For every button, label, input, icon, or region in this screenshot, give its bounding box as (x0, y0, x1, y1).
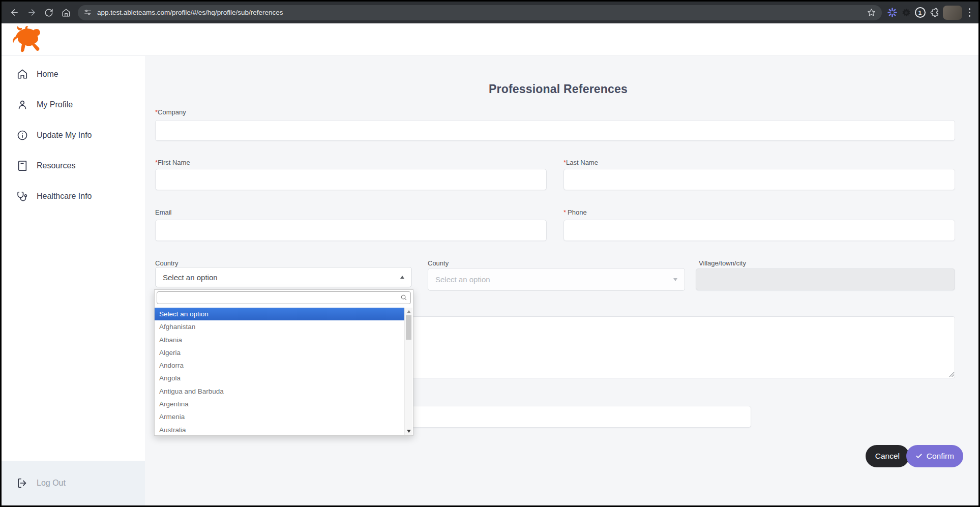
sidebar: Home My Profile Update My Info (2, 56, 145, 505)
country-option[interactable]: Armenia (155, 410, 404, 423)
scroll-up-arrow[interactable] (405, 308, 412, 315)
bull-logo[interactable] (10, 26, 47, 53)
country-option[interactable]: Australia (155, 424, 404, 435)
country-option[interactable]: Angola (155, 372, 404, 384)
phone-input[interactable] (563, 220, 955, 241)
back-button[interactable] (6, 4, 23, 21)
country-label: Country (155, 259, 179, 267)
scroll-down-arrow[interactable] (405, 427, 412, 435)
country-select-value: Select an option (163, 273, 218, 282)
browser-toolbar: app.test.ableteams.com/profile/#/es/hq/p… (2, 2, 978, 23)
country-option[interactable]: Argentina (155, 398, 404, 410)
puzzle-extensions-icon[interactable] (929, 8, 939, 18)
sidebar-item-label: Resources (37, 161, 75, 170)
dropdown-scrollbar[interactable] (404, 308, 412, 435)
logout-button[interactable]: Log Out (2, 461, 145, 505)
email-input[interactable] (155, 220, 547, 241)
first-name-input[interactable] (155, 169, 547, 190)
country-option[interactable]: Andorra (155, 359, 404, 372)
sidebar-item-label: Home (37, 70, 58, 79)
email-label: Email (155, 208, 172, 216)
back-arrow-icon (10, 8, 19, 17)
sidebar-item-label: My Profile (37, 100, 73, 109)
search-icon (400, 294, 407, 301)
village-input-disabled (696, 269, 955, 290)
forward-button[interactable] (23, 4, 40, 21)
resize-grip-icon[interactable] (949, 372, 955, 377)
country-option[interactable]: Albania (155, 334, 404, 346)
forward-arrow-icon (27, 8, 37, 17)
sidebar-item-home[interactable]: Home (2, 59, 145, 90)
county-select-value: Select an option (435, 275, 490, 284)
app-header (2, 23, 978, 56)
sidebar-item-label: Update My Info (37, 131, 92, 140)
sidebar-item-healthcare-info[interactable]: Healthcare Info (2, 181, 145, 212)
dark-extension-icon[interactable] (901, 8, 911, 18)
sidebar-item-resources[interactable]: Resources (2, 151, 145, 181)
references-form: Professional References *Company *First … (145, 56, 978, 505)
home-icon (17, 69, 28, 80)
first-name-label: *First Name (155, 159, 190, 166)
reload-icon (44, 8, 53, 17)
county-select-disabled: Select an option (428, 268, 685, 291)
browser-menu-icon[interactable] (966, 8, 974, 17)
sidebar-item-label: Healthcare Info (37, 192, 92, 201)
last-name-input[interactable] (563, 169, 955, 190)
country-search-wrap (157, 291, 411, 304)
app: Home My Profile Update My Info (2, 23, 978, 505)
chevron-up-icon (400, 276, 404, 279)
url-text[interactable]: app.test.ableteams.com/profile/#/es/hq/p… (97, 9, 867, 16)
village-label: Village/town/city (699, 259, 746, 267)
phone-label: *Phone (563, 208, 587, 216)
privacy-tune-icon[interactable] (84, 9, 92, 16)
main-row: Home My Profile Update My Info (2, 56, 978, 505)
sidebar-item-update-my-info[interactable]: Update My Info (2, 120, 145, 151)
last-name-label: *Last Name (563, 159, 598, 166)
logout-label: Log Out (37, 479, 66, 488)
chevron-down-icon (673, 278, 677, 281)
country-option[interactable]: Antigua and Barbuda (155, 385, 404, 398)
county-label: County (428, 259, 449, 267)
country-option-highlighted[interactable]: Select an option (155, 308, 404, 320)
browser-home-icon (62, 8, 71, 17)
check-icon (915, 453, 923, 460)
country-search-input[interactable] (157, 291, 411, 304)
cancel-button[interactable]: Cancel (866, 445, 909, 467)
user-icon (17, 99, 28, 110)
logout-icon (17, 478, 28, 489)
browser-profile-avatar[interactable] (943, 6, 962, 20)
spinner-extension-icon[interactable] (887, 7, 898, 18)
confirm-button[interactable]: Confirm (906, 445, 963, 467)
country-option[interactable]: Afghanistan (155, 320, 404, 333)
required-asterisk: * (563, 208, 566, 216)
info-icon (17, 130, 28, 141)
country-option-list: Select an option Afghanistan Albania Alg… (155, 308, 404, 435)
page-title: Professional References (145, 82, 971, 96)
stethoscope-icon (17, 191, 28, 202)
sidebar-item-my-profile[interactable]: My Profile (2, 90, 145, 120)
book-icon (17, 160, 28, 171)
country-dropdown-panel: Select an option Afghanistan Albania Alg… (154, 289, 413, 436)
address-bar[interactable]: app.test.ableteams.com/profile/#/es/hq/p… (78, 5, 882, 20)
media-badge-icon[interactable]: 1 (915, 7, 926, 18)
screenshot-frame: app.test.ableteams.com/profile/#/es/hq/p… (0, 0, 980, 507)
bookmark-star-icon[interactable] (867, 8, 876, 17)
extensions-area: 1 (887, 6, 974, 20)
home-button[interactable] (57, 4, 75, 21)
scrollbar-thumb[interactable] (406, 315, 411, 340)
country-select[interactable]: Select an option (155, 267, 412, 287)
reload-button[interactable] (40, 4, 57, 21)
company-label: *Company (155, 108, 186, 116)
country-option[interactable]: Algeria (155, 346, 404, 359)
company-input[interactable] (155, 120, 955, 141)
